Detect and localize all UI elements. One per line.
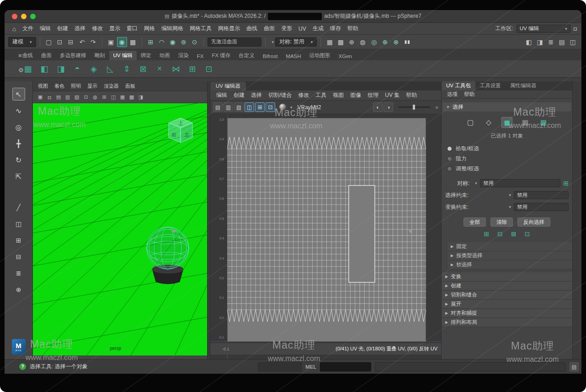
titlebar[interactable]: ▤ 摄像头.mb* - Autodesk MAYA 2026.2: / ads/… — [5, 10, 581, 23]
toolkit-subsection[interactable]: ▶ 软选择 — [448, 260, 572, 270]
menu-item[interactable]: 曲面 — [261, 25, 278, 32]
shelf-tab[interactable]: 曲面 — [37, 51, 56, 60]
toolkit-section[interactable]: ▶ 排列和布局 — [442, 318, 572, 327]
menu-item[interactable]: 网格工具 — [186, 25, 215, 32]
sculpt-brush-icon[interactable]: ╱ — [13, 202, 24, 213]
command-result-field[interactable] — [258, 362, 302, 371]
layer-view-icon[interactable]: ◨ — [535, 37, 545, 47]
safe-action-icon[interactable]: ▩ — [128, 94, 135, 101]
unfold-uv-icon[interactable]: ⇕ — [120, 63, 133, 75]
open-scene-icon[interactable]: ⊡ — [55, 37, 65, 47]
menu-item[interactable]: 文件 — [19, 25, 37, 32]
selection-button[interactable]: 清除 — [490, 217, 513, 227]
uv-distortion-icon[interactable]: ▤ — [213, 102, 223, 112]
remove-layer-icon[interactable]: ⊟ — [13, 251, 24, 262]
tile-grid-icon[interactable]: ⊞ — [255, 102, 265, 112]
mel-input[interactable] — [320, 362, 371, 371]
lasso-tool[interactable]: ∿ — [12, 104, 25, 117]
chevron-down-icon[interactable]: ▾ — [509, 193, 511, 197]
align-panel-icon[interactable]: ≣ — [546, 37, 556, 47]
menu-item[interactable]: 选择 — [71, 25, 89, 32]
uv-menu-item[interactable]: 视图 — [330, 91, 347, 99]
shell-select-mode-icon[interactable]: ◼ — [501, 117, 512, 128]
view-cube[interactable]: 上 前 左 — [163, 114, 198, 150]
home-icon[interactable]: ⌂ — [9, 25, 19, 32]
active-surface-field[interactable]: 无激活曲面 — [208, 37, 261, 47]
isolate-select-icon[interactable]: ◫ — [245, 102, 254, 112]
outliner-icon[interactable]: ≣ — [13, 268, 24, 279]
menu-item[interactable]: 窗口 — [123, 25, 141, 32]
uv-texture-icon[interactable]: ▥ — [224, 102, 233, 112]
uv-menu-item[interactable]: 选择 — [248, 91, 265, 99]
pause-icon[interactable]: ▮▮ — [402, 37, 412, 47]
rotate-tool[interactable]: ↻ — [12, 154, 25, 166]
select-component-icon[interactable]: ▩ — [128, 37, 138, 47]
channel-box-icon[interactable]: ▤ — [557, 37, 567, 47]
toolkit-section[interactable]: ▶ 展开 — [442, 300, 572, 309]
shelf-tab[interactable]: XGen — [335, 52, 356, 60]
texture-borders-icon[interactable]: ⊡ — [266, 102, 275, 112]
selection-mode-radio[interactable]: 拾取/框选 — [442, 143, 572, 154]
uv-menu-item[interactable]: 创建 — [230, 91, 248, 99]
edge-select-mode-icon[interactable]: ▦ — [520, 117, 531, 128]
viewport-menu-item[interactable]: 显示 — [84, 83, 101, 90]
camera-based-mapping-icon[interactable]: ◺ — [103, 63, 117, 75]
uv-shaded-icon[interactable]: ▧ — [234, 102, 244, 112]
lock-camera-icon[interactable]: ◘ — [46, 94, 53, 101]
symmetry-selector[interactable]: 对称: 禁用 ▾ — [275, 37, 317, 47]
planar-mapping-icon[interactable]: ◧ — [37, 63, 51, 75]
scale-tool[interactable]: ⇱ — [12, 170, 25, 183]
menu-item[interactable]: 显示 — [106, 25, 123, 32]
gate-mask-icon[interactable]: ◫ — [110, 94, 117, 101]
viewport-menu-item[interactable]: 渲染器 — [101, 83, 122, 90]
uv-menu-item[interactable]: 工具 — [312, 91, 330, 99]
undo-icon[interactable]: ↶ — [77, 37, 87, 47]
shelf-tab[interactable]: Bifrost — [259, 52, 282, 60]
selection-button[interactable]: 全部 — [463, 217, 486, 227]
shelf-tab[interactable]: 雕刻 — [91, 51, 109, 60]
convert-to-face-icon[interactable]: ⊠ — [511, 230, 517, 238]
zoom-tool-icon[interactable]: ⊕ — [13, 284, 24, 295]
film-gate-icon[interactable]: ◍ — [91, 94, 99, 101]
image-plane-icon[interactable]: ▧ — [73, 94, 80, 101]
cut-uv-icon[interactable]: × — [153, 63, 166, 75]
snap-point-icon[interactable]: ◉ — [168, 37, 178, 47]
vertex-select-mode-icon[interactable]: ◇ — [483, 117, 494, 128]
uv-menu-item[interactable]: UV 集 — [382, 91, 403, 99]
menu-item[interactable]: 修改 — [89, 25, 106, 32]
optimize-uv-icon[interactable]: ⊠ — [136, 63, 150, 75]
shelf-tab[interactable]: MASH — [282, 52, 305, 60]
convert-to-vertex-icon[interactable]: ⊡ — [525, 230, 530, 238]
menu-item[interactable]: 生成 — [309, 25, 327, 32]
menu-item[interactable]: 缓存 — [327, 25, 344, 32]
sidebar-tab[interactable]: UV 工具包 — [442, 81, 475, 90]
move-tool[interactable]: ╋ — [12, 137, 25, 150]
light-editor-icon[interactable]: ⊕ — [380, 37, 390, 47]
convert-to-uv-icon[interactable]: ⊞ — [484, 230, 490, 238]
camera-settings-icon[interactable]: ▤ — [55, 94, 62, 101]
face-select-mode-icon[interactable]: ▦ — [538, 117, 549, 128]
menu-item[interactable]: 编辑网格 — [158, 25, 186, 32]
slider-handle[interactable] — [413, 105, 415, 110]
shelf-tab[interactable]: 多边形建模 — [56, 51, 91, 60]
menu-item[interactable]: 曲线 — [243, 25, 261, 32]
redo-icon[interactable]: ↷ — [88, 37, 98, 47]
selection-button[interactable]: 反向选择 — [517, 217, 550, 227]
toolkit-subsection[interactable]: ▶ 按类型选择 — [448, 251, 572, 260]
workspace-lock-icon[interactable]: ◘ — [574, 26, 577, 32]
viewport-canvas[interactable]: 上 前 左 persp — [33, 103, 207, 355]
shelf-tab[interactable]: FX 缓存 — [208, 51, 234, 60]
toolkit-section[interactable]: ▶ 变换 — [442, 272, 572, 281]
gear-icon[interactable]: ⚙ — [18, 67, 24, 74]
viewport-menu-item[interactable]: 面板 — [122, 83, 139, 90]
toolkit-menu-item[interactable]: 帮助 — [461, 91, 477, 98]
menu-item[interactable]: 网格 — [141, 25, 158, 32]
menu-item[interactable]: 网格显示 — [215, 25, 243, 32]
shelf-tab[interactable]: 运动图形 — [305, 51, 335, 60]
select-camera-icon[interactable]: ▣ — [37, 94, 44, 101]
menu-item[interactable]: 帮助 — [344, 25, 362, 32]
uv-menu-item[interactable]: 修改 — [295, 91, 312, 99]
uv-select-mode-icon[interactable]: ▢ — [465, 117, 476, 128]
exposure-slider[interactable] — [398, 106, 430, 108]
uv-snapshot-icon[interactable]: ⊡ — [202, 63, 216, 75]
